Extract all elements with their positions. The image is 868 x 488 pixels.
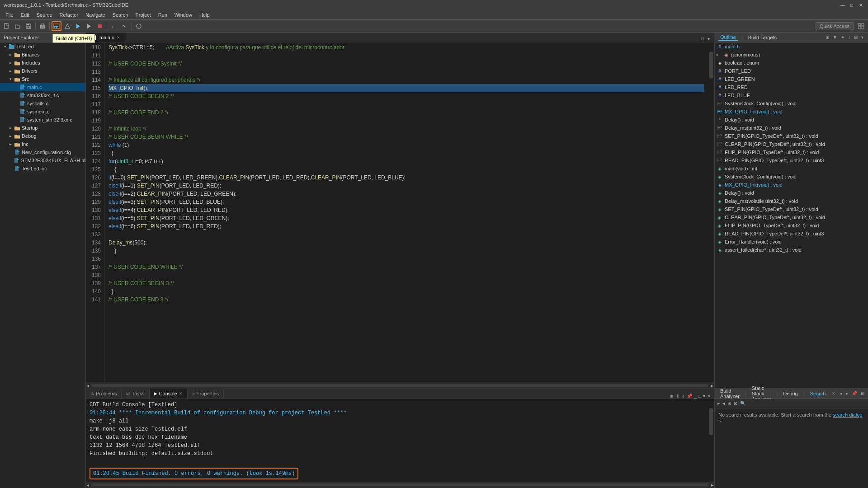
outline-item-22[interactable]: ◈FLIP_PIN(GPIO_TypeDef*, uint32_t) : voi… [715,221,868,230]
search-toolbar-btn2[interactable]: ◂ [722,400,726,407]
outline-view-menu[interactable]: ▾ [860,34,864,41]
editor-minimize-btn[interactable]: _ [694,35,698,42]
console-tab-close[interactable]: ✕ [179,391,183,396]
editor-hscrollbar[interactable]: ◂ ▸ [86,382,714,389]
tree-arrow-startup[interactable]: ▸ [7,126,14,130]
outline-item-1[interactable]: ▸◉(anonymous) [715,51,868,59]
tree-item-main_c[interactable]: main.c [0,83,85,91]
menu-item-window[interactable]: Window [171,11,196,19]
outline-item-19[interactable]: ◈Delay_ms(volatile uint32_t) : void [715,197,868,205]
quick-access[interactable]: Quick Access [816,22,854,30]
tree-item-debug[interactable]: ▸Debug [0,132,85,140]
outline-item-2[interactable]: ◈boolean : enum [715,59,868,67]
maximize-button[interactable]: □ [848,1,855,9]
close-button[interactable]: ✕ [857,1,864,9]
menu-item-file[interactable]: File [2,11,17,19]
tree-item-stm32f3xx_it_c[interactable]: stm32f3xx_it.c [0,91,85,99]
stop-button[interactable] [95,21,105,31]
editor-maximize-btn[interactable]: □ [700,35,705,42]
menu-item-navigate[interactable]: Navigate [82,11,108,19]
hscroll-right-arrow[interactable]: ▸ [710,383,714,388]
search-dialog-link[interactable]: search dialog [833,412,862,418]
step-into-button[interactable]: ↓ [109,21,119,31]
outline-item-21[interactable]: ◈CLEAR_PIN(GPIO_TypeDef*, uint32_t) : vo… [715,213,868,221]
tree-arrow-includes[interactable]: ▸ [7,61,14,65]
outline-item-15[interactable]: ◈main(void) : int [715,164,868,173]
outline-sort-btn[interactable]: ↕ [847,34,851,41]
outline-collapse-btn[interactable]: ⊞ [825,34,830,41]
tree-item-drivers[interactable]: ▸Drivers [0,67,85,75]
hscroll-left-arrow[interactable]: ◂ [86,383,90,388]
tree-item-src[interactable]: ▾Src [0,75,85,83]
console-minimize-btn[interactable]: _ [694,394,697,399]
outline-hide-btn[interactable]: ⊟ [853,34,859,41]
console-clear-btn[interactable]: 🗑 [670,394,674,399]
build-all-button[interactable]: ▶▶ Build All (Ctrl+B) [52,21,61,31]
search-tab[interactable]: Search [808,391,828,396]
outline-item-0[interactable]: #main.h [715,42,868,51]
tree-item-binaries[interactable]: ▸Binaries [0,51,85,59]
debug-button[interactable] [73,21,83,31]
console-hscroll-left[interactable]: ◂ [86,483,90,488]
editor-tab-main-c[interactable]: 📄 main.c ✕ [86,33,126,42]
outline-item-3[interactable]: #PORT_LED [715,67,868,75]
perspective-btn-1[interactable] [856,21,866,31]
search-toolbar-btn3[interactable]: ⊞ [726,400,732,407]
outline-item-13[interactable]: HsFLIP_PIN(GPIO_TypeDef*, uint32_t) : vo… [715,148,868,156]
outline-item-20[interactable]: ◈SET_PIN(GPIO_TypeDef*, uint32_t) : void [715,205,868,213]
tree-arrow-testled[interactable]: ▾ [2,44,8,49]
outline-item-18[interactable]: ◈Delay() : void [715,189,868,197]
tree-arrow-debug[interactable]: ▸ [7,134,14,138]
save-button[interactable] [24,21,33,31]
menu-item-refactor[interactable]: Refactor [56,11,82,19]
console-content[interactable]: CDT Build Console [TestLed]01:20:44 ****… [86,399,708,482]
search-pin-btn[interactable]: 📌 [851,390,858,397]
tree-arrow-inc[interactable]: ▸ [7,142,14,146]
outline-item-16[interactable]: ◈SystemClock_Config(void) : void [715,173,868,181]
console-pin-btn[interactable]: 📌 [687,394,692,399]
outline-link-btn[interactable]: ⚭ [840,34,845,41]
bottom-tab-problems[interactable]: ⚠ Problems [86,389,122,399]
outline-arrow-1[interactable]: ▸ [717,52,721,57]
editor-vscroll-thumb[interactable] [709,52,713,79]
outline-item-5[interactable]: #LED_RED [715,83,868,91]
tree-item-sysmem_c[interactable]: sysmem.c [0,108,85,116]
outline-item-7[interactable]: HsSystemClock_Config(void) : void [715,99,868,108]
console-vscroll-thumb[interactable] [709,408,713,435]
outline-item-14[interactable]: HsREAD_PIN(GPIO_TypeDef*, uint32_t) : ui… [715,156,868,164]
menu-item-source[interactable]: Source [33,11,56,19]
console-vscrollbar[interactable] [708,399,714,482]
tab-close-button[interactable]: ✕ [117,35,120,40]
menu-item-help[interactable]: Help [196,11,213,19]
search-next-btn[interactable]: ▸ [845,390,849,397]
tree-arrow-drivers[interactable]: ▸ [7,69,14,73]
tree-item-system_stm32f3xx_c[interactable]: system_stm32f3xx.c [0,116,85,124]
outline-item-25[interactable]: ◈assert_failed(char*, uint32_t) : void [715,246,868,254]
menu-item-run[interactable]: Run [155,11,171,19]
search-toolbar-btn5[interactable]: 🔍 [739,400,746,407]
open-button[interactable] [13,21,23,31]
console-hscroll-right[interactable]: ▸ [710,483,714,488]
debug-tab[interactable]: Debug [781,391,799,396]
outline-item-24[interactable]: ◈Error_Handler(void) : void [715,238,868,246]
console-maximize-btn[interactable]: □ [698,394,701,399]
build-analyzer-tab[interactable]: Build Analyzer [718,388,741,399]
tree-item-testled_ioc[interactable]: TestLed.ioc [0,164,85,173]
search-toolbar-btn1[interactable]: ▸ [717,400,721,407]
tree-item-new_configuration_cfg[interactable]: New_configuration.cfg [0,148,85,156]
tree-item-stm32f302k8ux_flash_ld[interactable]: STM32F302K8UX_FLASH.ld [0,156,85,164]
editor-vscrollbar[interactable] [708,42,714,382]
tree-arrow-binaries[interactable]: ▸ [7,52,14,57]
tree-item-startup[interactable]: ▸Startup [0,124,85,132]
console-hscrollbar[interactable]: ◂ ▸ [86,482,714,488]
bottom-tab-properties[interactable]: ≡ Properties [188,389,224,399]
minimize-button[interactable]: — [839,1,846,9]
console-scroll-top-btn[interactable]: ⇑ [676,394,679,399]
outline-filter-btn[interactable]: ▼ [832,34,838,41]
outline-item-6[interactable]: #LED_BLUE [715,91,868,99]
console-hscroll-track[interactable] [92,483,708,486]
search-expand-btn[interactable]: ⊞ [860,390,865,397]
outline-item-17[interactable]: ◈MX_GPIO_Init(void) : void [715,181,868,189]
tree-item-syscalls_c[interactable]: syscalls.c [0,99,85,108]
explorer-close[interactable]: ✕ [78,35,82,40]
